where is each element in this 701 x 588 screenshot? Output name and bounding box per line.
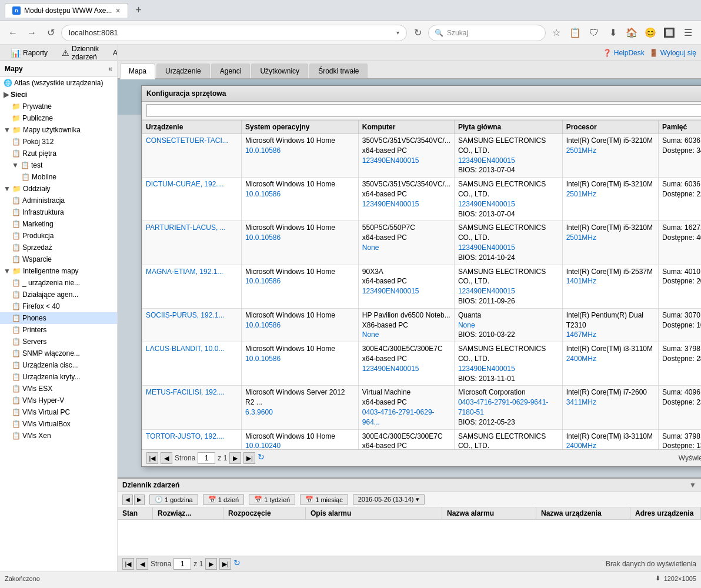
new-tab-button[interactable]: +	[131, 2, 147, 19]
browser-tab[interactable]: n Moduł dostępu WWW Axe... ×	[5, 3, 128, 18]
mb-serial-link[interactable]: 123490EN400015	[458, 365, 515, 373]
mb-serial-link[interactable]: 123490EN400015	[458, 156, 515, 165]
search-bar[interactable]: 🔍 Szukaj	[428, 25, 546, 41]
sidebar-item-administracja[interactable]: 📋 Administracja	[0, 195, 117, 206]
sidebar-item-inteligentne[interactable]: ▼ 📁 Inteligentne mapy	[0, 265, 117, 277]
dialog-table-wrapper[interactable]: Urządzenie System operacyjny Komputer Pł…	[142, 120, 701, 449]
sidebar-item-produkcja[interactable]: 📋 Produkcja	[0, 230, 117, 242]
event-refresh-button[interactable]: ↻	[233, 558, 245, 570]
helpdesk-link[interactable]: ❓ HelpDesk	[603, 49, 645, 57]
device-link[interactable]: PARTURIENT-LACUS, ...	[146, 223, 226, 232]
refresh-button[interactable]: ↺	[42, 25, 59, 41]
tab-close-button[interactable]: ×	[115, 6, 120, 15]
sidebar-item-urzadz-kryt[interactable]: 📋 Urządzenia kryty...	[0, 371, 117, 383]
menu-icon[interactable]: ☰	[680, 25, 696, 41]
sidebar-item-wsparcie[interactable]: 📋 Wsparcie	[0, 253, 117, 265]
sidebar-item-test[interactable]: ▼ 📋 test	[0, 159, 117, 171]
cpu-speed-link[interactable]: 2501MHz	[566, 233, 596, 242]
sidebar-item-rzut-pietra[interactable]: 📋 Rzut piętra	[0, 148, 117, 159]
cpu-speed-link[interactable]: 2501MHz	[566, 190, 596, 198]
os-ver-link[interactable]: 10.0.10586	[245, 277, 281, 285]
cpu-speed-link[interactable]: 1467MHz	[566, 330, 596, 339]
sidebar-item-printers[interactable]: 📋 Printers	[0, 324, 117, 336]
computer-serial-link[interactable]: 0403-4716-2791-0629-964...	[362, 408, 435, 426]
mb-serial-link[interactable]: 123490EN400015	[458, 243, 515, 252]
table-row[interactable]: LACUS-BLANDIT, 10.0... Microsoft Windows…	[142, 342, 702, 386]
logout-link[interactable]: 🚪 Wyloguj się	[649, 49, 696, 57]
address-dropdown[interactable]: ▾	[396, 29, 399, 36]
sidebar-item-prywatne[interactable]: 📁 Prywatne	[0, 101, 117, 112]
period-1day-button[interactable]: 📅 1 dzień	[203, 494, 244, 505]
sidebar-item-mapy-uzytkownika[interactable]: ▼ 📁 Mapy użytkownika	[0, 124, 117, 136]
mb-serial-link[interactable]: 123490EN400015	[458, 287, 515, 295]
event-forward-button[interactable]: ▶	[134, 495, 145, 505]
computer-serial-link[interactable]: None	[362, 243, 379, 252]
event-next-page[interactable]: ▶	[205, 558, 217, 570]
tab-mapa[interactable]: Mapa	[120, 64, 155, 79]
table-row[interactable]: CONSECTETUER-TACI... Microsoft Windows 1…	[142, 134, 702, 178]
forward-button[interactable]: →	[24, 25, 40, 41]
event-prev-page[interactable]: ◀	[136, 558, 148, 570]
event-last-page[interactable]: ▶|	[219, 558, 231, 570]
cpu-speed-link[interactable]: 2400MHz	[566, 355, 596, 363]
mb-serial-link[interactable]: 0403-4716-2791-0629-9641-7180-51	[458, 398, 548, 416]
refresh-button[interactable]: ↻	[258, 452, 269, 464]
table-row[interactable]: METUS-FACILISI, 192.... Microsoft Window…	[142, 386, 702, 429]
prev-page-button[interactable]: ◀	[161, 452, 172, 464]
sidebar-item-vms-xen[interactable]: 📋 VMs Xen	[0, 430, 117, 442]
menu-audyt[interactable]: Audyt ▾	[107, 47, 118, 59]
computer-serial-link[interactable]: None	[362, 330, 379, 339]
tab-uzytkownicy[interactable]: Użytkownicy	[251, 64, 308, 78]
pocket-icon[interactable]: 🛡	[586, 25, 602, 41]
computer-serial-link[interactable]: 123490EN400015	[362, 156, 419, 165]
os-ver-link[interactable]: 10.0.10586	[245, 355, 281, 363]
sidebar-item-vms-vbox[interactable]: 📋 VMs VirtualBox	[0, 418, 117, 430]
download-icon[interactable]: ⬇	[605, 25, 621, 41]
cpu-speed-link[interactable]: 3411MHz	[566, 398, 596, 406]
event-log-collapse-button[interactable]: ▼	[689, 481, 696, 489]
device-link[interactable]: METUS-FACILISI, 192....	[146, 388, 225, 396]
back-button[interactable]: ←	[5, 25, 21, 41]
sidebar-item-phones[interactable]: 📋 Phones	[0, 312, 117, 324]
sidebar-item-atlas[interactable]: 🌐 Atlas (wszystkie urządzenia)	[0, 77, 117, 89]
device-link[interactable]: DICTUM-CURAE, 192....	[146, 180, 224, 188]
date-range-picker[interactable]: 2016-05-26 (13-14) ▾	[353, 494, 425, 505]
page-input[interactable]	[198, 452, 215, 464]
os-ver-link[interactable]: 6.3.9600	[245, 408, 273, 416]
event-page-input[interactable]	[173, 558, 191, 570]
event-back-button[interactable]: ◀	[122, 495, 133, 505]
tab-srodki-trwale[interactable]: Środki trwałe	[309, 64, 368, 78]
sidebar-collapse-button[interactable]: «	[108, 65, 112, 73]
menu-dziennik[interactable]: ⚠ Dziennik zdarzeń	[56, 45, 105, 63]
sidebar-item-pokoj312[interactable]: 📋 Pokój 312	[0, 136, 117, 148]
first-page-button[interactable]: |◀	[146, 452, 158, 464]
period-1week-button[interactable]: 📅 1 tydzień	[249, 494, 295, 505]
table-row[interactable]: SOCIIS-PURUS, 192.1... Microsoft Windows…	[142, 308, 702, 342]
sidebar-item-infrastruktura[interactable]: 📋 Infrastruktura	[0, 206, 117, 218]
sidebar-item-marketing[interactable]: 📋 Marketing	[0, 218, 117, 230]
sidebar-item-urzadz-cisco[interactable]: 📋 Urządzenia cisc...	[0, 359, 117, 371]
mb-serial-link[interactable]: None	[458, 321, 475, 329]
menu-raporty[interactable]: 📊 Raporty	[5, 46, 54, 59]
sidebar-item-vms-esx[interactable]: 📋 VMs ESX	[0, 383, 117, 395]
last-page-button[interactable]: ▶|	[243, 452, 255, 464]
table-row[interactable]: MAGNA-ETIAM, 192.1... Microsoft Windows …	[142, 265, 702, 308]
table-row[interactable]: TORTOR-JUSTO, 192.... Microsoft Windows …	[142, 429, 702, 449]
cpu-speed-link[interactable]: 1401MHz	[566, 277, 596, 285]
smiley-icon[interactable]: 😊	[642, 25, 659, 41]
profile-icon[interactable]: 🔲	[661, 25, 677, 41]
sidebar-item-urzadzenia-nie[interactable]: 📋 _ urządzenia nie...	[0, 277, 117, 289]
bookmark-icon[interactable]: ☆	[548, 25, 565, 41]
device-link[interactable]: MAGNA-ETIAM, 192.1...	[146, 268, 223, 276]
device-link[interactable]: SOCIIS-PURUS, 192.1...	[146, 311, 224, 319]
sidebar-item-oddzialy[interactable]: ▼ 📁 Oddziały	[0, 183, 117, 195]
device-link[interactable]: CONSECTETUER-TACI...	[146, 136, 228, 145]
sidebar-item-servers[interactable]: 📋 Servers	[0, 336, 117, 348]
reading-list-icon[interactable]: 📋	[567, 25, 583, 41]
sidebar-item-sprzedaz[interactable]: 📋 Sprzedaż	[0, 242, 117, 253]
next-page-button[interactable]: ▶	[229, 452, 241, 464]
table-row[interactable]: DICTUM-CURAE, 192.... Microsoft Windows …	[142, 178, 702, 221]
event-first-page[interactable]: |◀	[122, 558, 134, 570]
cpu-speed-link[interactable]: 2501MHz	[566, 146, 596, 155]
tab-agenci[interactable]: Agenci	[211, 64, 251, 78]
